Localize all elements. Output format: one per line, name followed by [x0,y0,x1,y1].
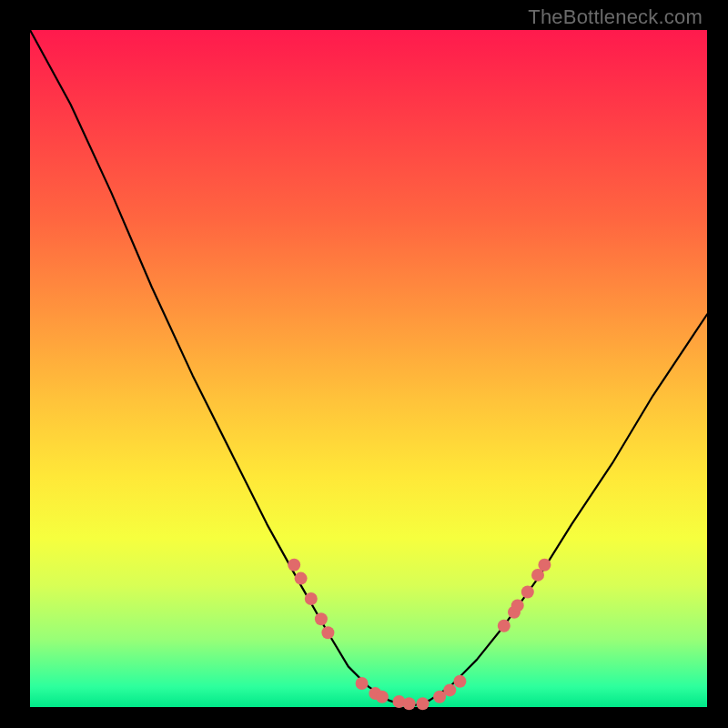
data-dot [376,691,389,703]
data-dot [443,683,456,696]
data-dot [538,559,551,571]
data-dot [321,626,334,639]
data-dot [403,697,416,710]
data-dot [511,599,524,612]
data-dot [498,620,511,632]
data-dot [521,586,534,599]
data-dot [453,675,466,688]
curve-path [30,30,707,707]
data-dot [295,572,308,585]
data-dot [305,592,318,605]
data-dot [417,697,430,710]
data-dot [356,677,369,690]
chart-container: TheBottleneck.com [0,0,728,728]
bottleneck-curve-plot [0,0,728,728]
data-dot [315,612,328,625]
data-dot [288,559,300,571]
